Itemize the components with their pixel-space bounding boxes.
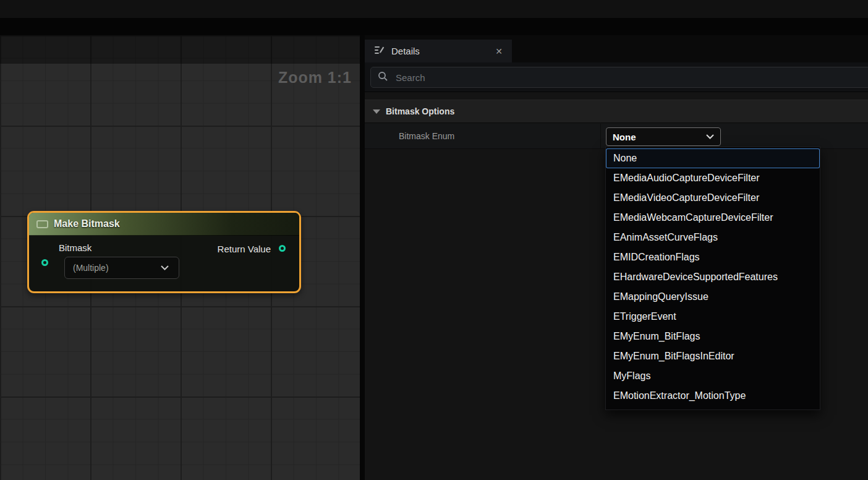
details-panel-icon (374, 45, 385, 58)
return-value-pin-label: Return Value (218, 244, 271, 254)
make-bitmask-node[interactable]: Make Bitmask Bitmask (Multiple) Return V… (27, 211, 301, 293)
search-bar[interactable] (370, 67, 868, 88)
column-splitter[interactable] (600, 124, 601, 148)
node-header: Make Bitmask (29, 213, 299, 236)
enum-option[interactable]: EMyEnum_BitFlags (606, 327, 820, 346)
function-node-icon (36, 220, 48, 228)
bitmask-pin-label: Bitmask (59, 242, 91, 253)
window-top-bar (0, 0, 868, 18)
menu-bar-area (0, 18, 868, 35)
search-input[interactable] (394, 72, 863, 84)
enum-option[interactable]: EMIDCreationFlags (606, 247, 820, 267)
node-body: Bitmask (Multiple) Return Value (29, 236, 299, 291)
enum-option[interactable]: EHardwareDeviceSupportedFeatures (606, 267, 820, 287)
enum-option[interactable]: EMediaWebcamCaptureDeviceFilter (606, 208, 820, 228)
enum-option[interactable]: EMediaVideoCaptureDeviceFilter (606, 188, 820, 208)
return-value-output-pin[interactable] (279, 245, 286, 252)
combobox-value: None (613, 132, 636, 142)
blueprint-graph-canvas[interactable]: Zoom 1:1 Make Bitmask Bitmask (Multiple)… (0, 35, 360, 480)
property-label: Bitmask Enum (399, 131, 454, 141)
chevron-down-icon (706, 134, 714, 139)
bitmask-input-pin[interactable] (41, 259, 48, 266)
enum-option[interactable]: EMyEnum_BitFlagsInEditor (606, 346, 820, 366)
close-icon[interactable]: ✕ (495, 47, 503, 56)
enum-option[interactable]: None (606, 148, 820, 168)
enum-option[interactable]: EMappingQueryIssue (606, 287, 820, 307)
enum-option[interactable]: EMediaAudioCaptureDeviceFilter (606, 168, 820, 188)
graph-toolbar-shade (0, 35, 360, 64)
enum-option[interactable]: ETriggerEvent (606, 307, 820, 327)
bitmask-enum-combobox[interactable]: None (606, 127, 721, 146)
bitmask-value-text: (Multiple) (73, 263, 109, 273)
enum-option[interactable]: EAnimAssetCurveFlags (606, 228, 820, 247)
category-label: Bitmask Options (386, 106, 454, 116)
category-header-bitmask-options[interactable]: Bitmask Options (365, 100, 868, 123)
details-tab-label: Details (391, 46, 488, 56)
details-panel: Details ✕ Bitmask Options Bitmask Enum N… (365, 35, 868, 480)
details-tab[interactable]: Details ✕ (365, 40, 512, 62)
enum-option[interactable]: EMotionExtractor_MotionType (606, 386, 820, 406)
search-strip (365, 62, 868, 92)
enum-dropdown-list: NoneEMediaAudioCaptureDeviceFilterEMedia… (605, 147, 820, 410)
search-icon (378, 71, 388, 84)
enum-option[interactable]: MyFlags (606, 366, 820, 386)
bitmask-value-dropdown[interactable]: (Multiple) (64, 257, 179, 279)
collapse-arrow-icon[interactable] (373, 109, 380, 114)
zoom-level-indicator: Zoom 1:1 (278, 69, 352, 87)
node-title: Make Bitmask (54, 218, 120, 229)
chevron-down-icon (161, 265, 169, 270)
details-tab-bar: Details ✕ (365, 35, 868, 62)
